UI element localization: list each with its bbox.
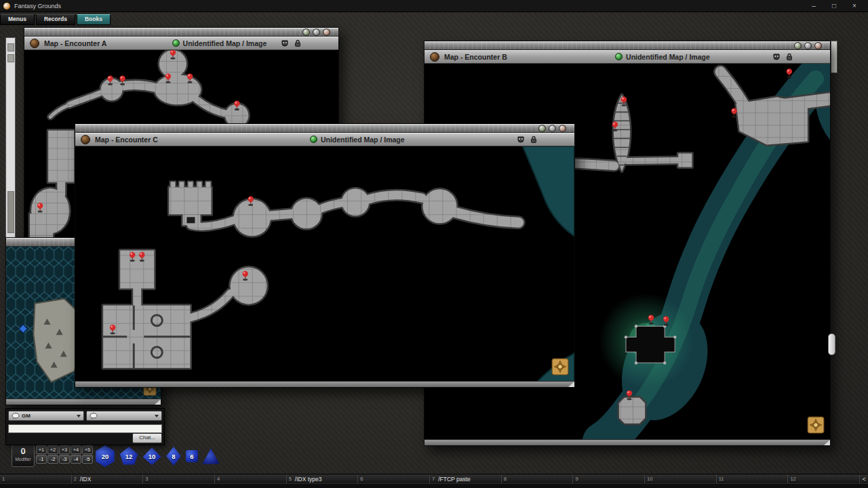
window-bottom-rail[interactable] xyxy=(425,439,830,445)
hotkey-number: 1 xyxy=(2,476,5,482)
bonus-button[interactable]: +1 xyxy=(36,445,47,454)
lock-icon[interactable] xyxy=(785,53,793,61)
map-pin[interactable] xyxy=(165,73,171,83)
map-canvas-c[interactable] xyxy=(75,146,574,381)
window-drag-rail[interactable] xyxy=(75,124,574,133)
hotkey-slot[interactable]: 9 xyxy=(573,474,645,483)
die-d20[interactable]: 20 xyxy=(95,445,115,467)
map-pin[interactable] xyxy=(130,252,135,262)
hotkey-slot[interactable]: 3 xyxy=(143,474,215,483)
modifier-box[interactable]: 0 Modifier xyxy=(12,445,35,467)
window-shrink-button[interactable] xyxy=(794,42,802,49)
window-shrink-button[interactable] xyxy=(302,28,310,36)
map-pin[interactable] xyxy=(37,203,43,212)
map-pin[interactable] xyxy=(248,196,253,205)
bonus-button[interactable]: +4 xyxy=(71,445,81,454)
hotkey-slot[interactable]: 11 xyxy=(717,474,789,483)
window-grow-button[interactable] xyxy=(313,28,320,36)
map-pin[interactable] xyxy=(612,122,618,131)
window-close-button[interactable] xyxy=(323,28,330,36)
scrollbar-thumb[interactable] xyxy=(828,333,835,355)
window-close-button[interactable] xyxy=(559,125,566,132)
map-pin[interactable] xyxy=(731,108,736,118)
hotkey-slot[interactable]: 4 xyxy=(215,474,287,483)
hotkey-slot[interactable]: 12 xyxy=(788,474,860,483)
background-window-edge[interactable] xyxy=(5,37,16,239)
token-mask-icon[interactable] xyxy=(517,136,525,144)
window-titlebar[interactable]: Map - Encounter B Unidentified Map / Ima… xyxy=(425,50,830,64)
hotkey-slot[interactable]: 10 xyxy=(645,474,717,483)
identified-toggle-icon[interactable] xyxy=(615,53,623,60)
window-grow-button[interactable] xyxy=(549,125,556,132)
lock-icon[interactable] xyxy=(294,39,302,47)
map-pin[interactable] xyxy=(627,390,632,400)
map-tools-icon[interactable] xyxy=(807,416,825,434)
map-pin[interactable] xyxy=(139,252,144,262)
app-icon xyxy=(3,3,10,9)
hotkey-slot[interactable]: 1 xyxy=(0,474,72,483)
window-drag-rail[interactable] xyxy=(425,41,830,50)
hotkey-slot[interactable]: 5/IDX type3 xyxy=(287,474,359,483)
bonus-button[interactable]: +2 xyxy=(47,445,58,454)
chat-button[interactable]: Chat... xyxy=(132,433,162,443)
map-pin[interactable] xyxy=(621,96,627,106)
die-d6[interactable]: 6 xyxy=(186,450,198,462)
map-pin[interactable] xyxy=(663,317,669,326)
penalty-button[interactable]: -5 xyxy=(82,455,93,464)
penalty-button[interactable]: -4 xyxy=(71,455,81,464)
window-knob-icon[interactable] xyxy=(81,135,90,144)
map-pin[interactable] xyxy=(787,68,792,78)
die-d10[interactable]: 10 xyxy=(142,447,161,465)
die-d4[interactable] xyxy=(202,448,220,464)
penalty-button[interactable]: -3 xyxy=(59,455,70,464)
window-drag-rail[interactable] xyxy=(24,28,338,37)
background-window-edge[interactable] xyxy=(831,41,837,73)
bonus-button[interactable]: +3 xyxy=(59,445,70,454)
token-mask-icon[interactable] xyxy=(281,39,289,47)
tab-menus[interactable]: Menus xyxy=(0,14,35,25)
die-d12[interactable]: 12 xyxy=(119,447,138,466)
penalty-button[interactable]: -2 xyxy=(47,455,58,464)
hotkey-slot[interactable]: 8 xyxy=(502,474,574,483)
map-pin[interactable] xyxy=(234,101,239,110)
map-pin[interactable] xyxy=(107,75,113,85)
close-button[interactable]: × xyxy=(844,0,865,12)
identified-toggle-icon[interactable] xyxy=(310,136,317,143)
chat-mode-dropdown[interactable] xyxy=(86,411,162,421)
tab-books[interactable]: Books xyxy=(77,14,111,25)
minimize-button[interactable]: – xyxy=(804,0,824,12)
chat-input[interactable] xyxy=(8,424,162,433)
chat-window[interactable]: GM Chat... xyxy=(5,408,165,445)
window-bottom-rail[interactable] xyxy=(6,399,161,405)
window-knob-icon[interactable] xyxy=(430,52,439,62)
window-knob-icon[interactable] xyxy=(30,39,39,48)
window-shrink-button[interactable] xyxy=(538,125,546,132)
identified-toggle-icon[interactable] xyxy=(172,39,180,47)
lock-icon[interactable] xyxy=(530,136,538,144)
map-pin[interactable] xyxy=(648,315,654,325)
window-titlebar[interactable]: Map - Encounter A Unidentified Map / Ima… xyxy=(24,37,338,50)
hotkey-slot[interactable]: 7/FTCP paste xyxy=(430,474,502,483)
window-close-button[interactable] xyxy=(814,42,822,49)
map-tools-icon[interactable] xyxy=(551,358,569,375)
die-d8[interactable]: 8 xyxy=(165,447,182,466)
tab-records[interactable]: Records xyxy=(36,14,75,25)
chat-speaker-dropdown[interactable]: GM xyxy=(8,411,84,421)
map-pin[interactable] xyxy=(187,73,193,83)
hotkey-bar-arrow[interactable]: < xyxy=(860,474,868,483)
window-titlebar[interactable]: Map - Encounter C Unidentified Map / Ima… xyxy=(75,133,574,146)
window-grow-button[interactable] xyxy=(804,42,812,49)
hotkey-number: 12 xyxy=(790,476,795,482)
map-pin[interactable] xyxy=(242,271,248,281)
maximize-button[interactable]: □ xyxy=(824,0,844,12)
bonus-button[interactable]: +5 xyxy=(82,445,93,454)
dungeon-map-c[interactable] xyxy=(75,146,574,381)
map-window-encounter-c[interactable]: Map - Encounter C Unidentified Map / Ima… xyxy=(75,123,575,388)
hotkey-slot[interactable]: 6 xyxy=(358,474,430,483)
map-pin[interactable] xyxy=(110,325,115,334)
token-mask-icon[interactable] xyxy=(772,53,781,61)
window-bottom-rail[interactable] xyxy=(75,381,574,387)
hotkey-slot[interactable]: 2/IDX xyxy=(72,474,144,483)
map-pin[interactable] xyxy=(119,75,125,85)
penalty-button[interactable]: -1 xyxy=(36,455,47,464)
